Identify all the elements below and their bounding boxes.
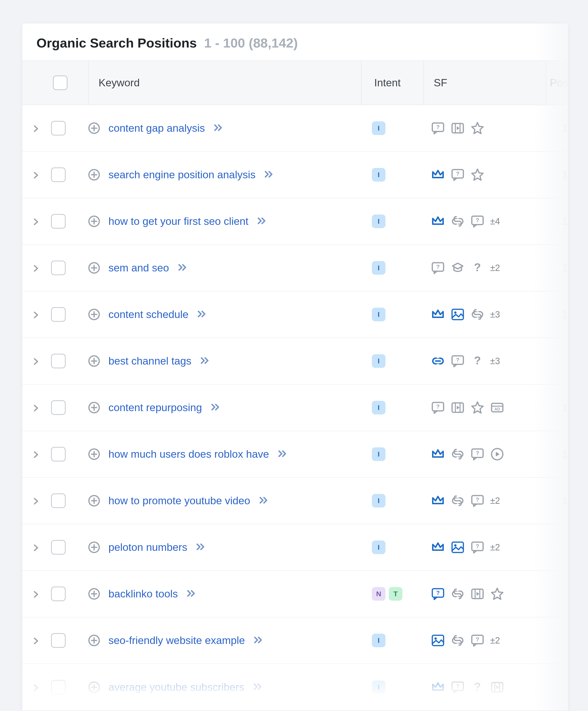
video-icon[interactable] [490,680,504,694]
crown-icon[interactable] [431,494,445,508]
intent-badge[interactable]: I [372,447,386,461]
add-keyword-icon[interactable] [88,215,100,227]
intent-badge[interactable]: I [372,261,386,275]
link-icon[interactable] [451,447,465,461]
row-checkbox[interactable] [51,168,66,182]
expand-toggle[interactable] [22,292,50,338]
faq-icon[interactable] [471,540,484,554]
expand-toggle[interactable] [22,105,50,151]
add-keyword-icon[interactable] [88,355,100,367]
faq-icon[interactable] [471,494,484,508]
keyword-link[interactable]: how to promote youtube video [108,495,250,507]
expand-toggle[interactable] [22,664,50,711]
row-checkbox[interactable] [51,354,66,368]
expand-toggle[interactable] [22,152,50,198]
star-icon[interactable] [490,587,504,601]
serp-more-count[interactable]: ±2 [490,496,500,506]
expand-toggle[interactable] [22,385,50,431]
double-chevron-icon[interactable] [197,310,206,319]
keyword-link[interactable]: backlinko tools [108,588,178,600]
keyword-link[interactable]: content gap analysis [108,122,205,134]
crown-icon[interactable] [431,447,445,461]
expand-toggle[interactable] [22,571,50,617]
double-chevron-icon[interactable] [253,683,262,691]
row-checkbox[interactable] [51,121,66,135]
intent-badge[interactable]: I [372,633,386,647]
link-icon[interactable] [451,494,465,508]
keyword-link[interactable]: average youtube subscribers [108,681,244,693]
keyword-link[interactable]: how much users does roblox have [108,448,269,460]
expand-toggle[interactable] [22,431,50,477]
question-icon[interactable] [471,680,484,694]
intent-badge[interactable]: I [372,354,386,368]
header-sf[interactable]: SF [423,61,546,105]
image-icon[interactable] [451,307,465,322]
add-keyword-icon[interactable] [88,169,100,181]
intent-badge[interactable]: I [372,308,386,321]
link-icon[interactable] [451,587,465,601]
keyword-link[interactable]: content schedule [108,308,189,321]
intent-badge[interactable]: I [372,121,386,135]
header-intent[interactable]: Intent [361,61,423,105]
double-chevron-icon[interactable] [187,590,195,598]
intent-badge[interactable]: I [372,168,386,181]
link-filled-icon[interactable] [431,354,445,368]
expand-toggle[interactable] [22,618,50,664]
crown-icon[interactable] [431,168,445,182]
ads-icon[interactable] [490,401,504,415]
crown-icon[interactable] [431,680,445,694]
expand-toggle[interactable] [22,338,50,384]
row-checkbox[interactable] [51,587,66,601]
faq-icon[interactable] [431,261,445,275]
link-icon[interactable] [451,214,465,229]
row-checkbox[interactable] [51,633,66,648]
double-chevron-icon[interactable] [196,543,204,552]
star-icon[interactable] [471,121,484,135]
video-icon[interactable] [471,587,484,601]
row-checkbox[interactable] [51,493,66,508]
video-icon[interactable] [451,121,465,135]
row-checkbox[interactable] [51,447,66,461]
serp-more-count[interactable]: ±3 [490,356,500,366]
add-keyword-icon[interactable] [88,308,100,320]
keyword-link[interactable]: peloton numbers [108,541,187,554]
image-icon[interactable] [451,540,465,554]
question-icon[interactable] [471,354,484,368]
add-keyword-icon[interactable] [88,262,100,274]
double-chevron-icon[interactable] [257,217,266,225]
image-filled-icon[interactable] [431,633,445,647]
double-chevron-icon[interactable] [259,496,268,505]
crown-icon[interactable] [431,540,445,554]
add-keyword-icon[interactable] [88,681,100,693]
add-keyword-icon[interactable] [88,588,100,600]
intent-badge[interactable]: I [372,215,386,228]
expand-toggle[interactable] [22,524,50,570]
serp-more-count[interactable]: ±4 [490,216,500,227]
double-chevron-icon[interactable] [178,264,187,272]
serp-more-count[interactable]: ±2 [490,263,500,273]
star-icon[interactable] [471,168,484,182]
faq-icon[interactable] [451,680,465,694]
add-keyword-icon[interactable] [88,495,100,507]
serp-more-count[interactable]: ±2 [490,542,500,553]
play-icon[interactable] [490,447,504,461]
row-checkbox[interactable] [51,680,66,694]
select-all-checkbox[interactable] [53,76,67,90]
intent-badge[interactable]: I [372,681,386,694]
add-keyword-icon[interactable] [88,634,100,646]
video-icon[interactable] [451,401,465,415]
add-keyword-icon[interactable] [88,122,100,134]
intent-badge[interactable]: I [372,540,386,554]
header-keyword[interactable]: Keyword [88,61,361,105]
faq-filled-icon[interactable] [431,587,445,601]
row-checkbox[interactable] [51,400,66,415]
link-icon[interactable] [471,307,484,322]
faq-icon[interactable] [471,633,484,647]
keyword-link[interactable]: best channel tags [108,355,192,367]
link-icon[interactable] [451,633,465,647]
header-pos[interactable]: Pos [546,61,568,105]
intent-badge[interactable]: I [372,494,386,508]
faq-icon[interactable] [431,401,445,415]
double-chevron-icon[interactable] [211,403,219,412]
double-chevron-icon[interactable] [200,357,209,365]
